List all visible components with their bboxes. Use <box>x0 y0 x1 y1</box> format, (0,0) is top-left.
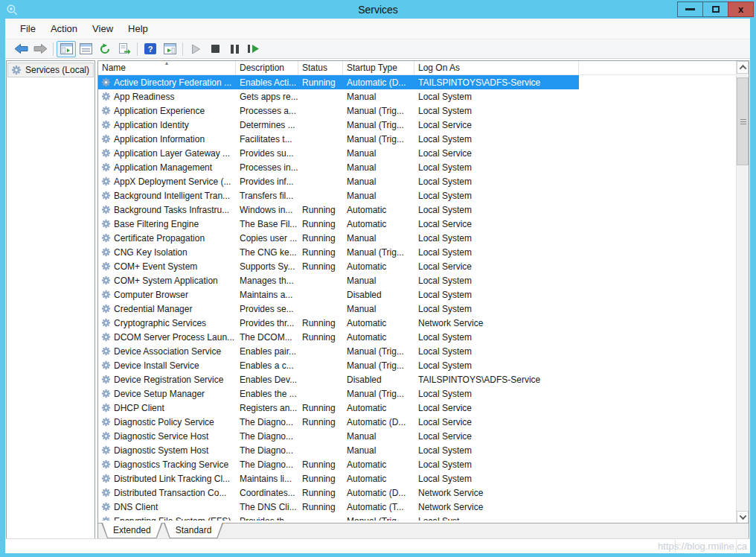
table-row[interactable]: Device Install Service Enables a c... Ma… <box>98 358 579 372</box>
table-row[interactable]: Cryptographic Services Provides thr... R… <box>98 316 579 330</box>
service-logon-as: Local System <box>414 332 579 343</box>
console-tree-panel: Services (Local) <box>6 60 95 540</box>
gear-icon <box>101 176 111 186</box>
table-row[interactable]: COM+ Event System Supports Sy... Running… <box>98 259 579 273</box>
tab-extended[interactable]: Extended <box>101 523 163 538</box>
table-row[interactable]: Device Association Service Enables pair.… <box>98 344 579 358</box>
vertical-scrollbar[interactable] <box>736 61 749 523</box>
table-row[interactable]: Device Registration Service Enables Dev.… <box>98 372 579 386</box>
toolbar-separator <box>53 42 54 56</box>
scrollbar-grip-icon <box>740 121 746 122</box>
table-row[interactable]: Application Experience Processes a... Ma… <box>98 104 579 118</box>
service-name-cell: Device Setup Manager <box>98 389 236 399</box>
tab-label: Extended <box>113 523 151 535</box>
table-row[interactable]: Base Filtering Engine The Base Fil... Ru… <box>98 217 579 231</box>
table-row[interactable]: Computer Browser Maintains a... Disabled… <box>98 287 579 302</box>
service-name-cell: Diagnostic Service Host <box>98 431 236 442</box>
service-status: Running <box>298 488 343 498</box>
tab-standard[interactable]: Standard <box>164 523 224 538</box>
table-row[interactable]: DHCP Client Registers an... Running Auto… <box>98 401 579 415</box>
menu-item-file[interactable]: File <box>13 20 43 37</box>
table-row[interactable]: DNS Client The DNS Cli... Running Automa… <box>98 500 579 514</box>
table-row[interactable]: Background Intelligent Tran... Transfers… <box>98 188 579 203</box>
scrollbar-thumb[interactable] <box>737 77 749 165</box>
menu-item-view[interactable]: View <box>85 20 121 37</box>
pause-service-icon[interactable] <box>225 41 244 57</box>
service-logon-as: Local Syst... <box>414 516 579 521</box>
table-row[interactable]: Background Tasks Infrastru... Windows in… <box>98 203 579 217</box>
table-row[interactable]: DCOM Server Process Laun... The DCOM... … <box>98 330 579 344</box>
table-row[interactable]: Application Layer Gateway ... Provides s… <box>98 146 579 160</box>
window-body: FileActionViewHelp ? Services (Local) Na… <box>5 19 750 553</box>
window-controls: x <box>678 1 754 17</box>
table-row[interactable]: Diagnostic System Host The Diagno... Man… <box>98 443 579 457</box>
table-row[interactable]: Encrypting File System (EFS) Provides th… <box>98 514 579 521</box>
minimize-button[interactable] <box>677 1 703 17</box>
start-service-icon[interactable] <box>186 41 205 57</box>
table-row[interactable]: AppX Deployment Service (... Provides in… <box>98 174 579 188</box>
sidebar-item-services-local[interactable]: Services (Local) <box>7 63 94 77</box>
menu-item-help[interactable]: Help <box>121 20 156 37</box>
show-console-tree-icon[interactable] <box>57 41 76 57</box>
table-row[interactable]: Diagnostic Policy Service The Diagno... … <box>98 415 579 429</box>
table-row[interactable]: Credential Manager Provides se... Manual… <box>98 302 579 316</box>
service-startup-type: Manual <box>343 304 414 314</box>
table-row[interactable]: Device Setup Manager Enables the ... Man… <box>98 386 579 401</box>
service-logon-as: Local System <box>414 191 579 201</box>
service-logon-as: Local System <box>414 459 579 470</box>
table-row[interactable]: Application Identity Determines ... Manu… <box>98 118 579 132</box>
service-status: Running <box>298 403 343 413</box>
scroll-down-button[interactable] <box>737 511 749 523</box>
table-row[interactable]: COM+ System Application Manages th... Ma… <box>98 273 579 287</box>
table-row[interactable]: Application Management Processes in... M… <box>98 160 579 174</box>
menu-item-action[interactable]: Action <box>43 20 85 37</box>
service-name: Application Identity <box>114 120 189 130</box>
service-description: Provides se... <box>236 304 298 314</box>
scroll-up-button[interactable] <box>737 61 749 74</box>
table-row[interactable]: Certificate Propagation Copies user ... … <box>98 231 579 245</box>
refresh-icon[interactable] <box>95 41 115 57</box>
service-description: The Diagno... <box>236 417 298 427</box>
extended-view-icon[interactable] <box>160 41 179 57</box>
maximize-button[interactable] <box>702 1 728 17</box>
service-name-cell: AppX Deployment Service (... <box>98 176 236 187</box>
toolbar: ? <box>5 39 750 59</box>
column-label: Status <box>302 63 327 73</box>
restart-service-icon[interactable] <box>244 41 263 57</box>
service-name: Distributed Transaction Co... <box>114 488 226 498</box>
properties-icon[interactable] <box>76 41 95 57</box>
title-bar: Services x <box>0 0 756 19</box>
column-header-log-on-as[interactable]: Log On As <box>414 61 579 74</box>
column-header-description[interactable]: Description <box>236 61 298 74</box>
table-row[interactable]: Diagnostics Tracking Service The Diagno.… <box>98 457 579 471</box>
service-logon-as: Local Service <box>414 403 579 413</box>
service-startup-type: Automatic <box>343 205 414 215</box>
service-logon-as: Local Service <box>414 219 579 229</box>
column-header-startup-type[interactable]: Startup Type <box>343 61 414 74</box>
service-name-cell: Diagnostic System Host <box>98 445 236 456</box>
service-logon-as: Local System <box>414 389 579 399</box>
service-logon-as: TAILSPINTOYS\ADFS-Service <box>414 375 579 385</box>
toolbar-separator <box>182 42 183 56</box>
table-row[interactable]: Distributed Transaction Co... Coordinate… <box>98 486 579 500</box>
column-header-status[interactable]: Status <box>298 61 343 74</box>
help-icon[interactable]: ? <box>141 41 160 57</box>
back-icon[interactable] <box>11 41 31 57</box>
stop-service-icon[interactable] <box>205 41 225 57</box>
forward-icon[interactable] <box>31 41 50 57</box>
service-description: Enables Acti... <box>236 77 298 88</box>
gear-icon <box>101 445 111 455</box>
table-row[interactable]: CNG Key Isolation The CNG ke... Running … <box>98 245 579 259</box>
table-row[interactable]: Active Directory Federation ... Enables … <box>98 75 579 89</box>
close-button[interactable]: x <box>728 1 754 17</box>
service-name: Device Registration Service <box>114 375 223 385</box>
export-list-icon[interactable] <box>115 41 134 57</box>
column-header-name[interactable]: Name▲ <box>98 61 236 74</box>
table-row[interactable]: Distributed Link Tracking Cl... Maintain… <box>98 471 579 486</box>
table-row[interactable]: Application Information Facilitates t...… <box>98 132 579 146</box>
service-name-cell: Background Tasks Infrastru... <box>98 205 236 215</box>
service-name: DNS Client <box>114 502 158 512</box>
maximize-icon <box>712 6 720 13</box>
table-row[interactable]: App Readiness Gets apps re... Manual Loc… <box>98 89 579 104</box>
table-row[interactable]: Diagnostic Service Host The Diagno... Ma… <box>98 429 579 443</box>
